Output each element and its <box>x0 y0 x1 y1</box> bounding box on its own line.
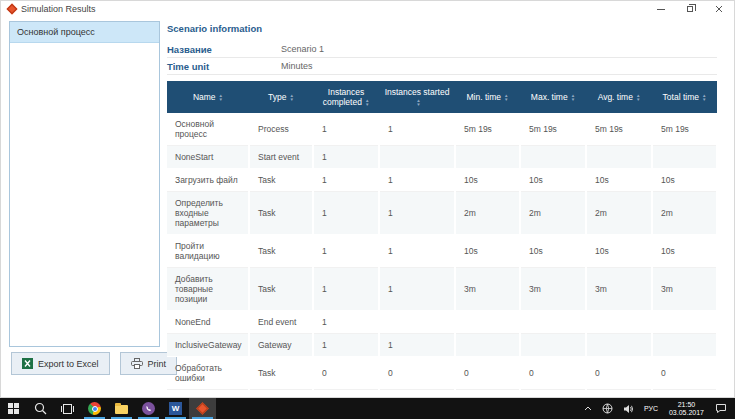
table-cell <box>379 311 455 334</box>
table-cell: 10s <box>455 235 520 268</box>
process-list-item[interactable]: Основной процесс <box>10 22 159 43</box>
table-cell: Task <box>249 357 313 390</box>
table-cell: 10s <box>652 235 717 268</box>
file-explorer-icon <box>115 405 128 414</box>
results-table: Name▲▼Type▲▼Instances completed▲▼Instanc… <box>167 81 718 390</box>
table-cell <box>586 146 652 169</box>
table-cell <box>379 146 455 169</box>
excel-icon <box>22 358 33 369</box>
restore-icon <box>687 6 693 12</box>
app-icon <box>6 3 17 14</box>
speaker-icon <box>623 404 634 414</box>
sort-icon[interactable]: ▲▼ <box>365 99 369 107</box>
chevron-up-icon <box>584 406 592 411</box>
table-cell <box>455 146 520 169</box>
task-view-button[interactable] <box>54 398 81 419</box>
minimize-button[interactable] <box>646 1 675 17</box>
table-cell: 1 <box>379 192 455 235</box>
action-center-button[interactable] <box>711 398 731 419</box>
table-cell: 1 <box>313 334 379 357</box>
table-cell: 10s <box>520 235 586 268</box>
table-cell: 1 <box>379 113 455 146</box>
sort-icon[interactable]: ▲▼ <box>702 94 706 102</box>
column-header[interactable]: Total time▲▼ <box>652 81 717 113</box>
table-cell: 1 <box>313 146 379 169</box>
window-title: Simulation Results <box>21 4 96 14</box>
file-explorer-taskbar-button[interactable] <box>108 398 135 419</box>
word-taskbar-button[interactable]: W <box>162 398 189 419</box>
table-cell: 10s <box>520 169 586 192</box>
table-cell: 1 <box>379 169 455 192</box>
sort-icon[interactable]: ▲▼ <box>504 94 508 102</box>
table-cell: 2m <box>520 192 586 235</box>
clock[interactable]: 21:50 03.05.2017 <box>664 401 709 417</box>
restore-button[interactable] <box>675 1 704 17</box>
sort-icon[interactable]: ▲▼ <box>571 94 575 102</box>
sort-icon[interactable]: ▲▼ <box>636 94 640 102</box>
viber-taskbar-button[interactable] <box>135 398 162 419</box>
search-button[interactable] <box>27 398 54 419</box>
table-cell: 0 <box>652 357 717 390</box>
table-cell: 5m 19s <box>455 113 520 146</box>
table-cell <box>520 334 586 357</box>
windows-logo-icon <box>8 403 19 414</box>
column-header[interactable]: Instances completed▲▼ <box>313 81 379 113</box>
scenario-name-row: Название Scenario 1 <box>167 41 717 58</box>
column-header[interactable]: Instances started▲▼ <box>379 81 455 113</box>
column-label: Avg. time <box>598 92 633 102</box>
clock-date: 03.05.2017 <box>669 409 704 417</box>
time-unit-value: Minutes <box>281 61 313 71</box>
export-to-excel-button[interactable]: Export to Excel <box>11 352 110 375</box>
table-cell <box>520 311 586 334</box>
search-icon <box>34 402 47 415</box>
column-header[interactable]: Type▲▼ <box>249 81 313 113</box>
scenario-information-section: Scenario information Название Scenario 1… <box>167 23 717 75</box>
column-header[interactable]: Avg. time▲▼ <box>586 81 652 113</box>
volume-button[interactable] <box>619 398 638 419</box>
header-row: Name▲▼Type▲▼Instances completed▲▼Instanc… <box>167 81 717 113</box>
language-indicator[interactable]: РУС <box>640 398 662 419</box>
table-cell <box>652 311 717 334</box>
start-button[interactable] <box>0 398 27 419</box>
actions-bar: Export to Excel Print <box>11 352 177 375</box>
print-label: Print <box>148 359 167 369</box>
table-cell: 10s <box>586 235 652 268</box>
table-cell: Пройти валидацию <box>167 235 249 268</box>
table-cell: 3m <box>455 268 520 311</box>
minimize-icon <box>657 9 665 10</box>
sort-icon[interactable]: ▲▼ <box>289 94 293 102</box>
sort-icon[interactable]: ▲▼ <box>219 94 223 102</box>
column-header[interactable]: Min. time▲▼ <box>455 81 520 113</box>
column-label: Instances started <box>385 87 450 97</box>
column-header[interactable]: Name▲▼ <box>167 81 249 113</box>
chrome-taskbar-button[interactable] <box>81 398 108 419</box>
network-button[interactable] <box>598 398 617 419</box>
table-cell: 0 <box>455 357 520 390</box>
tray-expand-button[interactable] <box>580 398 596 419</box>
table-cell: 0 <box>379 357 455 390</box>
sort-icon[interactable]: ▲▼ <box>416 99 420 107</box>
window-controls <box>646 1 733 17</box>
table-cell: 1 <box>313 311 379 334</box>
table-row: Загрузить файлTask1110s10s10s10s <box>167 169 717 192</box>
table-cell: Task <box>249 169 313 192</box>
screen: Simulation Results Основной процесс Expo… <box>0 0 735 419</box>
table-cell: InclusiveGateway <box>167 334 249 357</box>
table-cell: Process <box>249 113 313 146</box>
table-cell: NoneEnd <box>167 311 249 334</box>
table-cell: Основной процесс <box>167 113 249 146</box>
table-cell: 10s <box>455 169 520 192</box>
table-cell: 5m 19s <box>652 113 717 146</box>
table-cell: End event <box>249 311 313 334</box>
table-cell: 1 <box>313 268 379 311</box>
simulation-app-taskbar-button[interactable] <box>189 398 216 419</box>
close-button[interactable] <box>704 1 733 17</box>
table-cell: 1 <box>313 192 379 235</box>
table-cell: 10s <box>586 169 652 192</box>
table-cell <box>455 311 520 334</box>
column-label: Name <box>193 92 216 102</box>
table-cell: 3m <box>520 268 586 311</box>
table-cell: Task <box>249 192 313 235</box>
column-label: Total time <box>663 92 699 102</box>
column-header[interactable]: Max. time▲▼ <box>520 81 586 113</box>
